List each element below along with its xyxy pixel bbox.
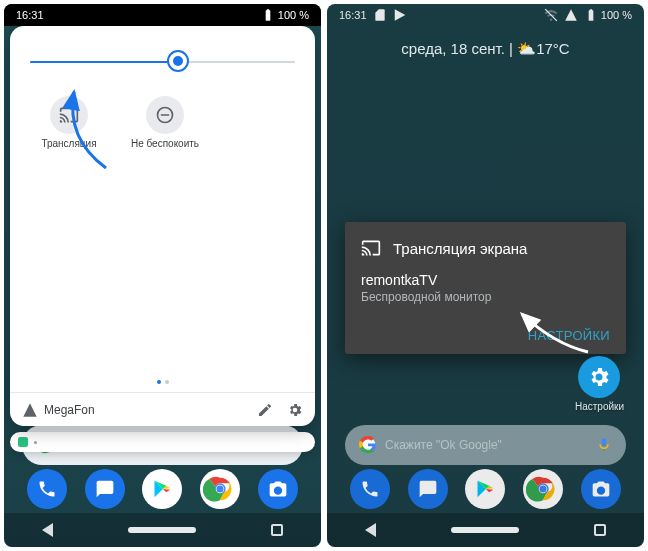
- quick-settings-panel: Трансляция Не беспокоить MegaFon: [10, 26, 315, 426]
- status-time: 16:31: [339, 9, 367, 21]
- cast-icon: [361, 238, 381, 258]
- brightness-thumb[interactable]: [167, 50, 189, 72]
- phone-right: 16:31 100 % среда, 18 сент. | ⛅17°C Тран…: [327, 4, 644, 547]
- sd-icon: [373, 8, 387, 22]
- home-date-weather[interactable]: среда, 18 сент. | ⛅17°C: [327, 40, 644, 58]
- signal-icon: [564, 8, 578, 22]
- svg-point-3: [217, 485, 224, 492]
- play-icon: [393, 8, 407, 22]
- cast-dialog: Трансляция экрана remontkaTV Беспроводно…: [345, 222, 626, 354]
- search-bar[interactable]: Скажите "Ok Google": [345, 425, 626, 465]
- tile-cast[interactable]: Трансляция: [34, 96, 104, 149]
- quick-settings-shade: Трансляция Не беспокоить MegaFon: [10, 26, 315, 417]
- app-playstore[interactable]: [465, 469, 505, 509]
- app-camera[interactable]: [581, 469, 621, 509]
- app-chrome[interactable]: [523, 469, 563, 509]
- cast-dialog-title: Трансляция экрана: [393, 240, 527, 257]
- google-logo-icon: [359, 436, 377, 454]
- tile-cast-label: Трансляция: [41, 138, 96, 149]
- status-time: 16:31: [16, 9, 44, 21]
- app-chrome[interactable]: [200, 469, 240, 509]
- notif-app-icon: [18, 437, 28, 447]
- signal-icon: [22, 402, 38, 418]
- gear-icon[interactable]: [287, 402, 303, 418]
- tile-dnd[interactable]: Не беспокоить: [130, 96, 200, 149]
- dnd-icon: [155, 105, 175, 125]
- cast-device[interactable]: remontkaTV Беспроводной монитор: [361, 272, 610, 304]
- svg-point-10: [540, 485, 547, 492]
- nav-back[interactable]: [42, 523, 53, 537]
- wifi-off-icon: [544, 8, 558, 22]
- cast-device-name: remontkaTV: [361, 272, 610, 288]
- edit-icon[interactable]: [257, 402, 273, 418]
- nav-bar: [4, 513, 321, 547]
- app-phone[interactable]: [27, 469, 67, 509]
- page-dots: [10, 380, 315, 384]
- battery-icon: [584, 8, 598, 22]
- carrier-name: MegaFon: [44, 403, 95, 417]
- mic-icon: [596, 437, 612, 453]
- status-bar: 16:31 100 %: [4, 4, 321, 26]
- app-messages[interactable]: [85, 469, 125, 509]
- app-camera[interactable]: [258, 469, 298, 509]
- battery-icon: [261, 8, 275, 22]
- cast-icon: [59, 105, 79, 125]
- gear-icon: [587, 365, 611, 389]
- shade-footer: MegaFon: [10, 392, 315, 426]
- search-hint: Скажите "Ok Google": [385, 438, 502, 452]
- tile-dnd-label: Не беспокоить: [131, 138, 199, 149]
- app-phone[interactable]: [350, 469, 390, 509]
- status-bar: 16:31 100 %: [327, 4, 644, 26]
- app-messages[interactable]: [408, 469, 448, 509]
- app-dock: [4, 469, 321, 509]
- nav-recent[interactable]: [271, 524, 283, 536]
- app-dock: [327, 469, 644, 509]
- settings-shortcut-label: Настройки: [575, 401, 624, 412]
- notification-peek[interactable]: [10, 432, 315, 452]
- cast-settings-link[interactable]: НАСТРОЙКИ: [528, 328, 610, 343]
- status-battery: 100 %: [584, 8, 632, 22]
- nav-home[interactable]: [451, 527, 519, 533]
- cast-device-type: Беспроводной монитор: [361, 290, 610, 304]
- settings-shortcut[interactable]: Настройки: [575, 356, 624, 412]
- brightness-slider[interactable]: [30, 50, 295, 74]
- status-battery: 100 %: [261, 8, 309, 22]
- app-playstore[interactable]: [142, 469, 182, 509]
- nav-bar: [327, 513, 644, 547]
- phone-left: 16:31 100 % Скажите "Ok Google": [4, 4, 321, 547]
- nav-back[interactable]: [365, 523, 376, 537]
- nav-recent[interactable]: [594, 524, 606, 536]
- nav-home[interactable]: [128, 527, 196, 533]
